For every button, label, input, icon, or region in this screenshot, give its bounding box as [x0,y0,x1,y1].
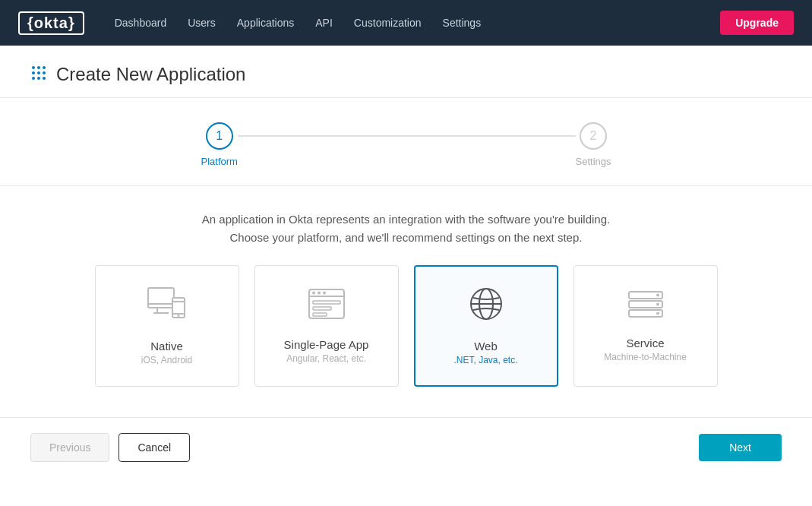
native-subtitle: iOS, Android [141,355,192,365]
service-title: Service [604,337,687,349]
svg-point-19 [312,291,315,294]
svg-point-6 [32,77,35,80]
spa-icon [308,289,345,326]
stepper-line [238,135,576,137]
page-title: Create New Application [56,64,245,85]
native-icon [147,287,187,327]
svg-rect-22 [313,301,340,304]
svg-point-2 [43,66,46,69]
okta-logo: {okta} [18,11,84,35]
card-service[interactable]: Service Machine-to-Machine [573,265,718,387]
service-subtitle: Machine-to-Machine [604,352,687,362]
step-1-label: Platform [201,156,238,167]
cancel-button[interactable]: Cancel [118,433,190,462]
description-line2: Choose your platform, and we'll recommen… [30,229,782,247]
web-title: Web [453,340,517,353]
svg-point-3 [32,71,35,74]
description-line1: An application in Okta represents an int… [30,210,782,229]
spa-info: Single-Page App Angular, React, etc. [284,338,369,364]
svg-point-31 [656,293,659,296]
footer: Previous Cancel Next [0,417,812,477]
navbar: {okta} Dashboard Users Applications API … [0,0,812,46]
footer-left: Previous Cancel [30,433,190,462]
svg-rect-9 [148,288,174,308]
svg-point-16 [177,315,179,317]
nav-api[interactable]: API [315,17,333,29]
create-app-icon [30,65,47,85]
nav-applications[interactable]: Applications [237,17,295,29]
main-content: Create New Application 1 Platform 2 Sett… [0,46,812,506]
nav-settings[interactable]: Settings [443,17,482,29]
step-2-circle: 2 [580,122,607,150]
nav-dashboard[interactable]: Dashboard [115,17,167,29]
native-info: Native iOS, Android [141,340,192,365]
spa-title: Single-Page App [284,338,369,351]
svg-point-8 [43,77,46,80]
stepper: 1 Platform 2 Settings [0,98,812,186]
upgrade-button[interactable]: Upgrade [720,11,794,35]
card-web[interactable]: Web .NET, Java, etc. [414,265,558,387]
web-subtitle: .NET, Java, etc. [453,355,517,365]
nav-links: Dashboard Users Applications API Customi… [115,17,697,29]
svg-point-4 [37,71,40,74]
svg-point-20 [318,291,321,294]
service-icon [627,290,664,324]
service-info: Service Machine-to-Machine [604,337,687,362]
card-spa[interactable]: Single-Page App Angular, React, etc. [254,265,399,387]
native-title: Native [141,340,192,353]
svg-point-33 [656,312,659,315]
nav-customization[interactable]: Customization [354,17,422,29]
svg-point-32 [656,302,659,305]
step-2: 2 Settings [576,122,611,167]
step-2-label: Settings [576,156,611,167]
step-1: 1 Platform [201,122,238,167]
spa-subtitle: Angular, React, etc. [284,353,369,364]
page-header: Create New Application [0,46,812,98]
svg-point-21 [323,291,326,294]
platform-cards: Native iOS, Android Single-Page Ap [0,265,812,417]
svg-rect-24 [313,313,327,316]
web-icon [469,287,503,327]
svg-point-5 [43,71,46,74]
previous-button[interactable]: Previous [30,433,109,462]
card-native[interactable]: Native iOS, Android [95,265,239,387]
platform-description: An application in Okta represents an int… [0,186,812,265]
nav-users[interactable]: Users [188,17,216,29]
step-1-circle: 1 [206,122,233,150]
svg-point-7 [37,77,40,80]
svg-rect-23 [313,307,331,310]
next-button[interactable]: Next [699,434,782,461]
svg-point-0 [32,66,35,69]
web-info: Web .NET, Java, etc. [453,340,517,365]
svg-point-1 [37,66,40,69]
